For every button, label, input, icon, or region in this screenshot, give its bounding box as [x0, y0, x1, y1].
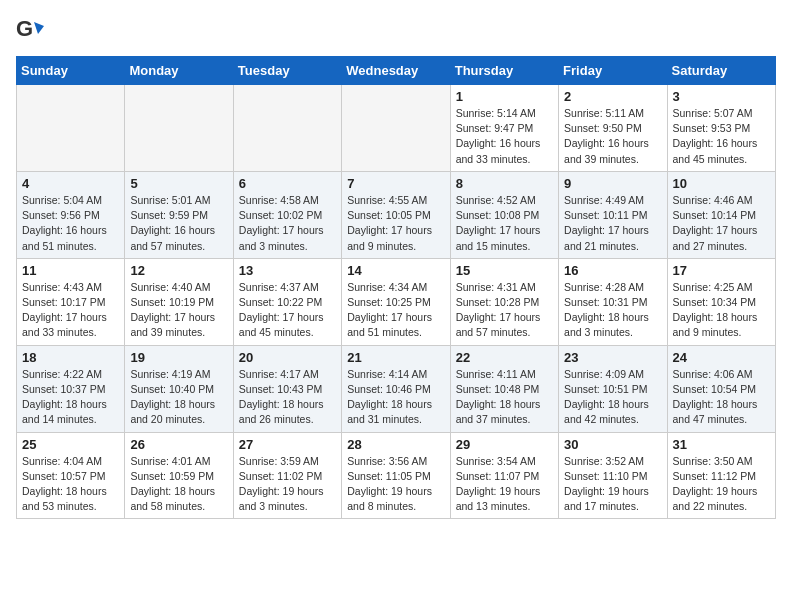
day-number: 1: [456, 89, 553, 104]
calendar-table: SundayMondayTuesdayWednesdayThursdayFrid…: [16, 56, 776, 519]
calendar-cell: 25Sunrise: 4:04 AMSunset: 10:57 PMDaylig…: [17, 432, 125, 519]
day-number: 26: [130, 437, 227, 452]
calendar-cell: 10Sunrise: 4:46 AMSunset: 10:14 PMDaylig…: [667, 171, 775, 258]
day-number: 11: [22, 263, 119, 278]
day-number: 30: [564, 437, 661, 452]
cell-sun-info: Sunrise: 4:28 AMSunset: 10:31 PMDaylight…: [564, 280, 661, 341]
calendar-cell: 5Sunrise: 5:01 AMSunset: 9:59 PMDaylight…: [125, 171, 233, 258]
svg-marker-1: [34, 22, 44, 34]
cell-sun-info: Sunrise: 4:55 AMSunset: 10:05 PMDaylight…: [347, 193, 444, 254]
day-number: 10: [673, 176, 770, 191]
calendar-cell: 15Sunrise: 4:31 AMSunset: 10:28 PMDaylig…: [450, 258, 558, 345]
calendar-cell: 27Sunrise: 3:59 AMSunset: 11:02 PMDaylig…: [233, 432, 341, 519]
day-number: 13: [239, 263, 336, 278]
page-header: G: [16, 16, 776, 44]
calendar-week-row: 1Sunrise: 5:14 AMSunset: 9:47 PMDaylight…: [17, 85, 776, 172]
calendar-cell: 26Sunrise: 4:01 AMSunset: 10:59 PMDaylig…: [125, 432, 233, 519]
day-number: 16: [564, 263, 661, 278]
calendar-cell: 30Sunrise: 3:52 AMSunset: 11:10 PMDaylig…: [559, 432, 667, 519]
cell-sun-info: Sunrise: 3:56 AMSunset: 11:05 PMDaylight…: [347, 454, 444, 515]
day-number: 12: [130, 263, 227, 278]
calendar-cell: 19Sunrise: 4:19 AMSunset: 10:40 PMDaylig…: [125, 345, 233, 432]
calendar-week-row: 11Sunrise: 4:43 AMSunset: 10:17 PMDaylig…: [17, 258, 776, 345]
cell-sun-info: Sunrise: 4:31 AMSunset: 10:28 PMDaylight…: [456, 280, 553, 341]
cell-sun-info: Sunrise: 4:25 AMSunset: 10:34 PMDaylight…: [673, 280, 770, 341]
calendar-cell: 4Sunrise: 5:04 AMSunset: 9:56 PMDaylight…: [17, 171, 125, 258]
cell-sun-info: Sunrise: 3:50 AMSunset: 11:12 PMDaylight…: [673, 454, 770, 515]
cell-sun-info: Sunrise: 4:52 AMSunset: 10:08 PMDaylight…: [456, 193, 553, 254]
calendar-week-row: 4Sunrise: 5:04 AMSunset: 9:56 PMDaylight…: [17, 171, 776, 258]
calendar-cell: [233, 85, 341, 172]
calendar-week-row: 18Sunrise: 4:22 AMSunset: 10:37 PMDaylig…: [17, 345, 776, 432]
calendar-cell: 14Sunrise: 4:34 AMSunset: 10:25 PMDaylig…: [342, 258, 450, 345]
cell-sun-info: Sunrise: 3:52 AMSunset: 11:10 PMDaylight…: [564, 454, 661, 515]
day-number: 19: [130, 350, 227, 365]
calendar-cell: 20Sunrise: 4:17 AMSunset: 10:43 PMDaylig…: [233, 345, 341, 432]
day-number: 18: [22, 350, 119, 365]
day-number: 29: [456, 437, 553, 452]
calendar-cell: 2Sunrise: 5:11 AMSunset: 9:50 PMDaylight…: [559, 85, 667, 172]
cell-sun-info: Sunrise: 3:54 AMSunset: 11:07 PMDaylight…: [456, 454, 553, 515]
calendar-week-row: 25Sunrise: 4:04 AMSunset: 10:57 PMDaylig…: [17, 432, 776, 519]
day-number: 9: [564, 176, 661, 191]
logo: G: [16, 16, 48, 44]
calendar-cell: 6Sunrise: 4:58 AMSunset: 10:02 PMDayligh…: [233, 171, 341, 258]
day-number: 21: [347, 350, 444, 365]
cell-sun-info: Sunrise: 4:01 AMSunset: 10:59 PMDaylight…: [130, 454, 227, 515]
day-number: 8: [456, 176, 553, 191]
cell-sun-info: Sunrise: 5:07 AMSunset: 9:53 PMDaylight:…: [673, 106, 770, 167]
cell-sun-info: Sunrise: 4:17 AMSunset: 10:43 PMDaylight…: [239, 367, 336, 428]
calendar-cell: 16Sunrise: 4:28 AMSunset: 10:31 PMDaylig…: [559, 258, 667, 345]
cell-sun-info: Sunrise: 4:22 AMSunset: 10:37 PMDaylight…: [22, 367, 119, 428]
day-number: 3: [673, 89, 770, 104]
calendar-header-monday: Monday: [125, 57, 233, 85]
calendar-cell: 18Sunrise: 4:22 AMSunset: 10:37 PMDaylig…: [17, 345, 125, 432]
day-number: 23: [564, 350, 661, 365]
day-number: 31: [673, 437, 770, 452]
day-number: 5: [130, 176, 227, 191]
calendar-body: 1Sunrise: 5:14 AMSunset: 9:47 PMDaylight…: [17, 85, 776, 519]
cell-sun-info: Sunrise: 4:06 AMSunset: 10:54 PMDaylight…: [673, 367, 770, 428]
cell-sun-info: Sunrise: 4:43 AMSunset: 10:17 PMDaylight…: [22, 280, 119, 341]
cell-sun-info: Sunrise: 3:59 AMSunset: 11:02 PMDaylight…: [239, 454, 336, 515]
calendar-cell: 11Sunrise: 4:43 AMSunset: 10:17 PMDaylig…: [17, 258, 125, 345]
calendar-cell: [342, 85, 450, 172]
cell-sun-info: Sunrise: 4:37 AMSunset: 10:22 PMDaylight…: [239, 280, 336, 341]
day-number: 6: [239, 176, 336, 191]
day-number: 14: [347, 263, 444, 278]
cell-sun-info: Sunrise: 4:46 AMSunset: 10:14 PMDaylight…: [673, 193, 770, 254]
calendar-cell: 24Sunrise: 4:06 AMSunset: 10:54 PMDaylig…: [667, 345, 775, 432]
calendar-cell: 7Sunrise: 4:55 AMSunset: 10:05 PMDayligh…: [342, 171, 450, 258]
calendar-cell: 3Sunrise: 5:07 AMSunset: 9:53 PMDaylight…: [667, 85, 775, 172]
calendar-header-wednesday: Wednesday: [342, 57, 450, 85]
day-number: 7: [347, 176, 444, 191]
cell-sun-info: Sunrise: 4:49 AMSunset: 10:11 PMDaylight…: [564, 193, 661, 254]
logo-icon: G: [16, 16, 44, 44]
cell-sun-info: Sunrise: 4:09 AMSunset: 10:51 PMDaylight…: [564, 367, 661, 428]
calendar-cell: 13Sunrise: 4:37 AMSunset: 10:22 PMDaylig…: [233, 258, 341, 345]
calendar-header-row: SundayMondayTuesdayWednesdayThursdayFrid…: [17, 57, 776, 85]
day-number: 20: [239, 350, 336, 365]
calendar-header-sunday: Sunday: [17, 57, 125, 85]
calendar-cell: 22Sunrise: 4:11 AMSunset: 10:48 PMDaylig…: [450, 345, 558, 432]
day-number: 17: [673, 263, 770, 278]
calendar-cell: 17Sunrise: 4:25 AMSunset: 10:34 PMDaylig…: [667, 258, 775, 345]
day-number: 4: [22, 176, 119, 191]
calendar-cell: 28Sunrise: 3:56 AMSunset: 11:05 PMDaylig…: [342, 432, 450, 519]
cell-sun-info: Sunrise: 4:11 AMSunset: 10:48 PMDaylight…: [456, 367, 553, 428]
calendar-header-tuesday: Tuesday: [233, 57, 341, 85]
day-number: 2: [564, 89, 661, 104]
calendar-cell: 23Sunrise: 4:09 AMSunset: 10:51 PMDaylig…: [559, 345, 667, 432]
cell-sun-info: Sunrise: 5:14 AMSunset: 9:47 PMDaylight:…: [456, 106, 553, 167]
calendar-header-friday: Friday: [559, 57, 667, 85]
calendar-cell: 9Sunrise: 4:49 AMSunset: 10:11 PMDayligh…: [559, 171, 667, 258]
day-number: 28: [347, 437, 444, 452]
calendar-cell: 29Sunrise: 3:54 AMSunset: 11:07 PMDaylig…: [450, 432, 558, 519]
calendar-cell: [17, 85, 125, 172]
calendar-cell: 31Sunrise: 3:50 AMSunset: 11:12 PMDaylig…: [667, 432, 775, 519]
cell-sun-info: Sunrise: 5:04 AMSunset: 9:56 PMDaylight:…: [22, 193, 119, 254]
calendar-cell: 12Sunrise: 4:40 AMSunset: 10:19 PMDaylig…: [125, 258, 233, 345]
calendar-cell: 1Sunrise: 5:14 AMSunset: 9:47 PMDaylight…: [450, 85, 558, 172]
cell-sun-info: Sunrise: 4:34 AMSunset: 10:25 PMDaylight…: [347, 280, 444, 341]
day-number: 24: [673, 350, 770, 365]
